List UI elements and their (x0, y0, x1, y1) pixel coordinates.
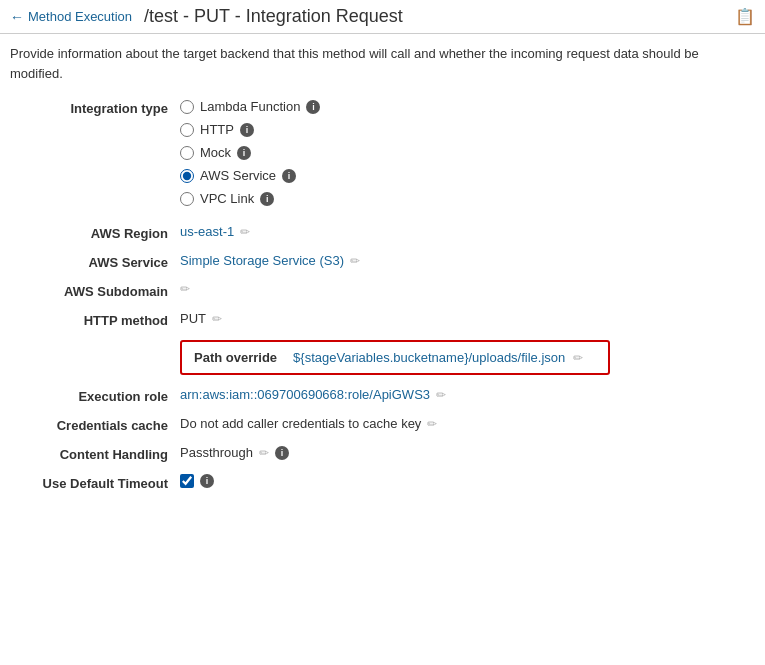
execution-role-edit-icon[interactable]: ✏ (436, 388, 446, 402)
option-lambda[interactable]: Lambda Function i (180, 99, 320, 114)
vpc-info-icon[interactable]: i (260, 192, 274, 206)
aws-subdomain-label: AWS Subdomain (10, 282, 180, 299)
option-aws-label: AWS Service (200, 168, 276, 183)
option-lambda-label: Lambda Function (200, 99, 300, 114)
page-header: ← Method Execution /test - PUT - Integra… (0, 0, 765, 34)
path-override-edit-icon[interactable]: ✏ (573, 351, 583, 365)
credentials-cache-row: Credentials cache Do not add caller cred… (10, 416, 755, 433)
use-default-timeout-row: Use Default Timeout i (10, 474, 755, 491)
aws-region-row: AWS Region us-east-1 ✏ (10, 224, 755, 241)
credentials-cache-label: Credentials cache (10, 416, 180, 433)
integration-form: Integration type Lambda Function i HTTP … (0, 89, 765, 513)
aws-region-edit-icon[interactable]: ✏ (240, 225, 250, 239)
http-method-label: HTTP method (10, 311, 180, 328)
radio-mock[interactable] (180, 146, 194, 160)
option-http[interactable]: HTTP i (180, 122, 320, 137)
aws-subdomain-value: ✏ (180, 282, 755, 296)
content-handling-text: Passthrough (180, 445, 253, 460)
aws-subdomain-edit-icon[interactable]: ✏ (180, 282, 190, 296)
radio-lambda[interactable] (180, 100, 194, 114)
aws-subdomain-row: AWS Subdomain ✏ (10, 282, 755, 299)
integration-type-options: Lambda Function i HTTP i Mock i AWS Serv… (180, 99, 755, 206)
content-handling-edit-icon[interactable]: ✏ (259, 446, 269, 460)
option-aws[interactable]: AWS Service i (180, 168, 320, 183)
credentials-cache-text: Do not add caller credentials to cache k… (180, 416, 421, 431)
mock-info-icon[interactable]: i (237, 146, 251, 160)
back-link[interactable]: ← Method Execution (10, 9, 132, 25)
back-arrow-icon: ← (10, 9, 24, 25)
radio-vpc[interactable] (180, 192, 194, 206)
content-handling-info-icon[interactable]: i (275, 446, 289, 460)
http-method-row: HTTP method PUT ✏ (10, 311, 755, 328)
radio-aws[interactable] (180, 169, 194, 183)
http-method-value: PUT ✏ (180, 311, 755, 326)
use-default-timeout-label: Use Default Timeout (10, 474, 180, 491)
content-handling-value: Passthrough ✏ i (180, 445, 755, 460)
option-mock[interactable]: Mock i (180, 145, 320, 160)
http-method-text: PUT (180, 311, 206, 326)
option-http-label: HTTP (200, 122, 234, 137)
page-description: Provide information about the target bac… (0, 34, 720, 89)
page-title: /test - PUT - Integration Request (144, 6, 403, 27)
path-override-label: Path override (194, 350, 285, 365)
option-vpc-label: VPC Link (200, 191, 254, 206)
aws-service-label: AWS Service (10, 253, 180, 270)
execution-role-value: arn:aws:iam::069700690668:role/ApiGWS3 ✏ (180, 387, 755, 402)
use-default-timeout-checkbox[interactable] (180, 474, 194, 488)
path-override-box: Path override ${stageVariables.bucketnam… (180, 340, 610, 375)
content-handling-row: Content Handling Passthrough ✏ i (10, 445, 755, 462)
execution-role-text: arn:aws:iam::069700690668:role/ApiGWS3 (180, 387, 430, 402)
http-method-edit-icon[interactable]: ✏ (212, 312, 222, 326)
aws-region-label: AWS Region (10, 224, 180, 241)
integration-type-row: Integration type Lambda Function i HTTP … (10, 99, 755, 206)
execution-role-row: Execution role arn:aws:iam::069700690668… (10, 387, 755, 404)
use-default-timeout-value: i (180, 474, 755, 488)
aws-service-row: AWS Service Simple Storage Service (S3) … (10, 253, 755, 270)
aws-region-text: us-east-1 (180, 224, 234, 239)
path-override-value: ${stageVariables.bucketname}/uploads/fil… (293, 350, 565, 365)
radio-group: Lambda Function i HTTP i Mock i AWS Serv… (180, 99, 320, 206)
copy-icon[interactable]: 📋 (735, 7, 755, 26)
radio-http[interactable] (180, 123, 194, 137)
aws-region-value: us-east-1 ✏ (180, 224, 755, 239)
path-override-row: Path override ${stageVariables.bucketnam… (10, 340, 755, 375)
option-mock-label: Mock (200, 145, 231, 160)
aws-info-icon[interactable]: i (282, 169, 296, 183)
lambda-info-icon[interactable]: i (306, 100, 320, 114)
aws-service-edit-icon[interactable]: ✏ (350, 254, 360, 268)
content-handling-label: Content Handling (10, 445, 180, 462)
option-vpc[interactable]: VPC Link i (180, 191, 320, 206)
execution-role-label: Execution role (10, 387, 180, 404)
integration-type-label: Integration type (10, 99, 180, 116)
aws-service-text: Simple Storage Service (S3) (180, 253, 344, 268)
back-label: Method Execution (28, 9, 132, 24)
credentials-cache-value: Do not add caller credentials to cache k… (180, 416, 755, 431)
aws-service-value: Simple Storage Service (S3) ✏ (180, 253, 755, 268)
http-info-icon[interactable]: i (240, 123, 254, 137)
use-default-timeout-info-icon[interactable]: i (200, 474, 214, 488)
credentials-cache-edit-icon[interactable]: ✏ (427, 417, 437, 431)
